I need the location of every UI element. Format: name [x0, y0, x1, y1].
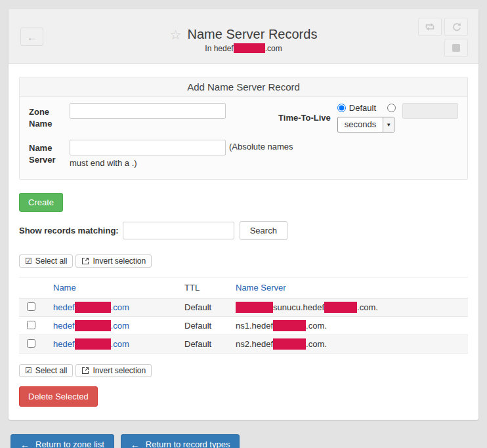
- row-checkbox[interactable]: [27, 339, 35, 348]
- repeat-icon: [425, 22, 435, 31]
- search-input[interactable]: [123, 222, 234, 239]
- invert-selection-icon: [81, 367, 89, 375]
- redacted-text: [273, 338, 306, 350]
- record-name-link[interactable]: hedef.com: [53, 339, 129, 349]
- zone-name-input[interactable]: [70, 103, 226, 119]
- delete-selected-button[interactable]: Delete Selected: [19, 386, 98, 407]
- name-server-column-header[interactable]: Name Server: [228, 277, 468, 298]
- name-server-input[interactable]: [70, 140, 226, 155]
- redacted-text: [75, 302, 111, 313]
- checkbox-column-header: [19, 277, 45, 298]
- ttl-custom-radio[interactable]: [387, 104, 396, 112]
- row-checkbox[interactable]: [27, 321, 35, 329]
- page-header: ← ☆ Name Server Records In hedef.com: [9, 9, 478, 64]
- add-record-panel-title: Add Name Server Record: [20, 77, 467, 97]
- create-button[interactable]: Create: [19, 193, 63, 212]
- invert-selection-button-top[interactable]: Invert selection: [75, 255, 152, 268]
- stop-icon: [452, 44, 460, 52]
- ttl-custom-input[interactable]: [402, 103, 458, 119]
- select-all-button-bottom[interactable]: ☑ Select all: [19, 364, 73, 377]
- ttl-unit-selected-value: seconds: [338, 117, 383, 132]
- left-arrow-icon: ←: [20, 440, 30, 448]
- refresh-icon: [452, 22, 461, 32]
- checkbox-check-icon: ☑: [25, 367, 32, 375]
- record-name-server: sunucu.hedef.com.: [228, 298, 468, 317]
- back-button[interactable]: ←: [20, 28, 43, 46]
- records-table: Name TTL Name Server hedef.com Default s…: [19, 277, 468, 354]
- page-title: Name Server Records: [188, 27, 318, 42]
- return-to-record-types-button[interactable]: ← Return to record types: [121, 434, 240, 448]
- name-column-header[interactable]: Name: [45, 277, 177, 298]
- favorite-star-icon[interactable]: ☆: [170, 28, 182, 41]
- table-row: hedef.com Default ns1.hedef.com.: [19, 317, 468, 335]
- record-ttl: Default: [177, 335, 228, 354]
- checkbox-check-icon: ☑: [25, 257, 32, 265]
- record-name-server: ns1.hedef.com.: [228, 317, 468, 335]
- table-row: hedef.com Default ns2.hedef.com.: [19, 335, 468, 354]
- add-record-panel: Add Name Server Record Zone Name Time-To…: [19, 77, 468, 180]
- redacted-text: [236, 302, 273, 313]
- redacted-text: [234, 43, 265, 53]
- redacted-text: [75, 320, 111, 331]
- ttl-label: Time-To-Live: [278, 113, 331, 123]
- record-name-link[interactable]: hedef.com: [53, 302, 129, 312]
- record-ttl: Default: [177, 317, 228, 335]
- chevron-down-icon: ▼: [383, 117, 394, 132]
- table-row: hedef.com Default sunucu.hedef.com.: [19, 298, 468, 317]
- select-all-button-top[interactable]: ☑ Select all: [19, 255, 73, 268]
- refresh-button[interactable]: [444, 18, 468, 36]
- stop-button[interactable]: [444, 39, 468, 57]
- redacted-text: [273, 320, 306, 331]
- return-to-zone-list-button[interactable]: ← Return to zone list: [11, 434, 114, 448]
- zone-name-label: Zone Name: [29, 103, 70, 130]
- ttl-default-radio[interactable]: [337, 104, 346, 112]
- ttl-column-header: TTL: [177, 277, 228, 298]
- name-server-label: Name Server: [29, 139, 70, 166]
- record-name-server: ns2.hedef.com.: [228, 335, 468, 354]
- record-name-link[interactable]: hedef.com: [53, 321, 129, 331]
- ttl-default-option-label: Default: [349, 103, 376, 113]
- search-button[interactable]: Search: [240, 221, 287, 240]
- main-card: ← ☆ Name Server Records In hedef.com: [9, 9, 478, 420]
- record-ttl: Default: [177, 298, 228, 317]
- ttl-unit-select[interactable]: seconds ▼: [337, 117, 394, 132]
- back-arrow-icon: ←: [27, 31, 37, 43]
- left-arrow-icon: ←: [131, 440, 140, 448]
- row-checkbox[interactable]: [27, 302, 35, 311]
- redacted-text: [324, 302, 357, 313]
- repeat-button[interactable]: [418, 18, 442, 36]
- search-label: Show records matching:: [19, 226, 119, 235]
- invert-selection-button-bottom[interactable]: Invert selection: [75, 364, 152, 377]
- redacted-text: [75, 338, 111, 350]
- page-subtitle: In hedef.com: [9, 43, 478, 53]
- invert-selection-icon: [81, 257, 89, 265]
